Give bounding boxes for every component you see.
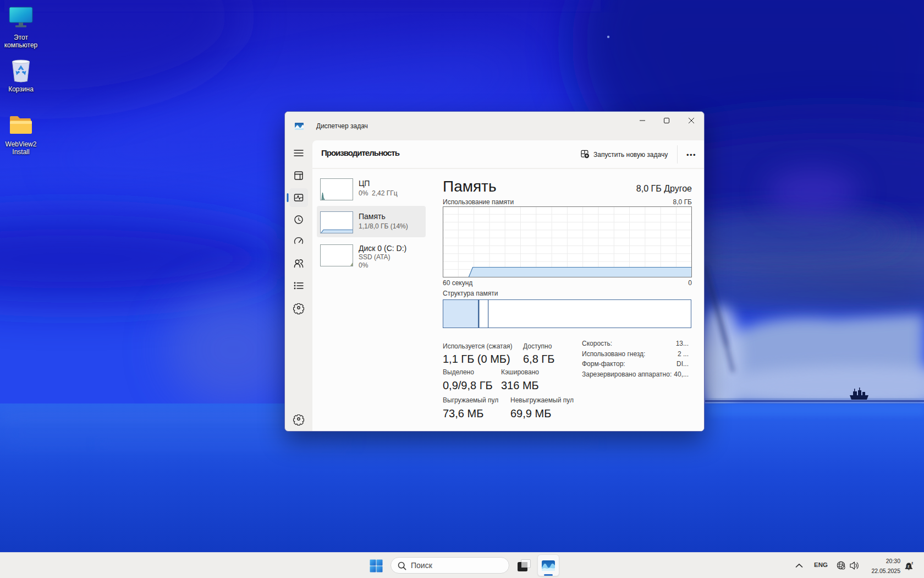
svg-text:z: z [908,564,910,568]
svg-text:z: z [911,561,914,565]
